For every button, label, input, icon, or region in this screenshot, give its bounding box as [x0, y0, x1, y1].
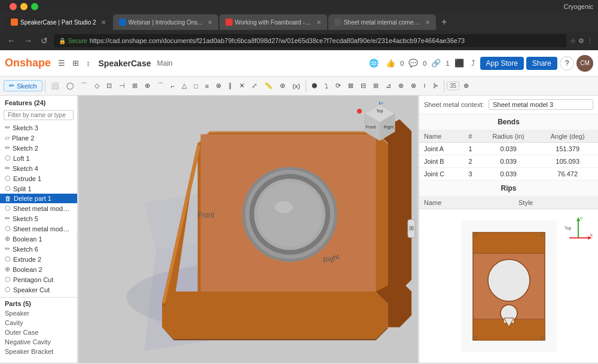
hamburger-menu[interactable]: ☰ [56, 57, 68, 69]
tool-sm1[interactable]: ⬢ [309, 81, 321, 91]
user-avatar[interactable]: CM [576, 55, 593, 72]
tool-add[interactable]: ⊕ [460, 81, 472, 91]
feature-item-extrude2[interactable]: ⬡ Extrude 2 [0, 254, 77, 264]
tool-sm8[interactable]: ⊕ [395, 81, 407, 91]
tab-favicon-2 [119, 19, 126, 26]
tool-sm7[interactable]: ⊿ [383, 81, 394, 91]
part-item-negativecavity[interactable]: Negative Cavity [0, 337, 77, 347]
feature-item-split1[interactable]: ⬡ Split 1 [0, 183, 77, 194]
tool-measure[interactable]: 📏 [261, 81, 276, 91]
tool-revolve[interactable]: ◯ [63, 81, 77, 91]
feature-item-sketch4[interactable]: ✏ Sketch 4 [0, 163, 77, 173]
tool-variable[interactable]: (x) [289, 81, 303, 91]
tool-mirror[interactable]: ⊣ [116, 81, 128, 91]
feature-item-sketch6[interactable]: ✏ Sketch 6 [0, 244, 77, 254]
tool-boolean[interactable]: ⊕ [142, 81, 153, 91]
app-store-button[interactable]: App Store [480, 57, 524, 70]
feature-item-speakercut[interactable]: ⬡ Speaker Cut [0, 285, 77, 295]
tool-sm11[interactable]: ⊱ [430, 81, 441, 91]
chat-icon[interactable]: 💬 [406, 57, 420, 69]
maximize-button[interactable] [31, 3, 38, 10]
browser-tab-sheetmetal[interactable]: Sheet metal internal corner fli... ✕ [328, 14, 436, 30]
tool-move[interactable]: ⤢ [249, 81, 260, 91]
bends-table: Name # Radius (in) Angle (deg) Joint A 1… [419, 130, 598, 181]
tool-pattern[interactable]: ⊞ [129, 81, 141, 91]
tool-thread[interactable]: ⊗ [213, 81, 224, 91]
tool-sm4[interactable]: ⊠ [345, 81, 356, 91]
part-item-cavity[interactable]: Cavity [0, 318, 77, 328]
tool-sm6[interactable]: ⊞ [370, 81, 382, 91]
extensions-icon[interactable]: ⚙ [578, 37, 584, 45]
share2-icon[interactable]: ⤴ [469, 57, 478, 69]
browser-tab-foamboard[interactable]: Working with Foamboard - C... ✕ [219, 14, 327, 30]
tool-mass[interactable]: ⊛ [277, 81, 288, 91]
tool-fillet[interactable]: ⌒ [154, 80, 167, 91]
tool-split[interactable]: ∥ [225, 81, 235, 91]
tool-sm10[interactable]: ≀ [420, 81, 429, 91]
feature-item-sketch2[interactable]: ✏ Sketch 2 [0, 143, 77, 153]
feature-item-sketch5[interactable]: ✏ Sketch 5 [0, 213, 77, 224]
smc-select[interactable]: Sheet metal model 1 Sheet metal model 3 [489, 99, 593, 110]
share-button[interactable]: Share [526, 57, 557, 70]
part-item-speaker[interactable]: Speaker [0, 308, 77, 318]
tool-sm3[interactable]: ⟳ [332, 81, 344, 91]
thumbsup-icon[interactable]: 👍 [383, 57, 398, 69]
tool-sm9[interactable]: ⊗ [408, 81, 419, 91]
refresh-button[interactable]: ↺ [38, 35, 50, 47]
feature-item-plane2[interactable]: ▱ Plane 2 [0, 133, 77, 143]
feature-item-loft1[interactable]: ⬡ Loft 1 [0, 153, 77, 163]
tool-draft[interactable]: △ [179, 81, 190, 91]
tool-rib[interactable]: ≡ [202, 81, 212, 91]
bookmark-icon[interactable]: ☆ [570, 37, 576, 45]
copy-icon[interactable]: ⬛ [452, 57, 466, 69]
arrow-icon[interactable]: ↕ [84, 57, 93, 69]
follow-icon[interactable]: 🔗 [429, 57, 443, 69]
bends-row-jointc[interactable]: Joint C 3 0.039 76.472 [419, 168, 598, 181]
feature-item-boolean1[interactable]: ⊕ Boolean 1 [0, 234, 77, 244]
tab-close-2[interactable]: ✕ [208, 19, 212, 26]
feature-item-extrude1[interactable]: ⬡ Extrude 1 [0, 173, 77, 183]
tool-loft[interactable]: ◇ [91, 81, 102, 91]
url-bar[interactable]: 🔒 Secure https://cad.onshape.com/documen… [54, 34, 566, 47]
tool-delete[interactable]: ✕ [236, 81, 248, 91]
tool-sm2[interactable]: ⤵ [322, 81, 331, 91]
viewport[interactable]: Front Right Top Front Right Z [78, 96, 419, 363]
tool-sm5[interactable]: ⊟ [358, 81, 369, 91]
tool-extrude[interactable]: ⬜ [48, 81, 62, 91]
back-button[interactable]: ← [5, 35, 18, 47]
part-item-speakerbracket[interactable]: Speaker Bracket [0, 347, 77, 356]
axis-cube[interactable]: Top Front Right Z [359, 102, 401, 143]
feature-item-deletepart1[interactable]: 🗑 Delete part 1 [0, 194, 77, 203]
globe-icon[interactable]: 🌐 [367, 57, 381, 69]
browser-tab-partstudio2[interactable]: SpeakerCase | Part Studio 2 ✕ [5, 14, 112, 30]
tool-offset[interactable]: ⊡ [103, 81, 115, 91]
bends-row-jointb[interactable]: Joint B 2 0.039 105.093 [419, 155, 598, 168]
feature-item-sheetmetal1[interactable]: ⬡ Sheet metal model 1 [0, 203, 77, 213]
feature-item-sketch3[interactable]: ✏ Sketch 3 [0, 123, 77, 133]
parts-header: Parts (5) [0, 297, 77, 308]
tool-shell[interactable]: □ [191, 81, 201, 91]
new-tab-button[interactable]: + [437, 15, 451, 29]
close-button[interactable] [10, 3, 17, 10]
tab-close-3[interactable]: ✕ [316, 19, 321, 26]
tab-close-1[interactable]: ✕ [101, 19, 106, 26]
bends-row-jointa[interactable]: Joint A 1 0.039 151.379 [419, 143, 598, 155]
panel-toggle-icon[interactable]: ⊞ [407, 216, 416, 242]
minimize-button[interactable] [20, 3, 28, 10]
sketch-button[interactable]: ✏ Sketch [4, 80, 42, 91]
forward-button[interactable]: → [22, 35, 35, 47]
feature-item-sheetmetal3[interactable]: ⬡ Sheet metal model 3 [0, 224, 77, 234]
feature-item-boolean2[interactable]: ⊕ Boolean 2 [0, 264, 77, 274]
tool-sweep[interactable]: ⌒ [78, 80, 90, 91]
feature-filter-input[interactable] [4, 110, 74, 120]
onshape-logo[interactable]: Onshape [5, 57, 51, 69]
help-button[interactable]: ? [560, 56, 574, 71]
tab-close-4[interactable]: ✕ [425, 19, 430, 26]
tool-chamfer[interactable]: ⌐ [168, 81, 178, 91]
menu-icon[interactable]: ⋮ [587, 37, 593, 45]
part-item-outercase[interactable]: Outer Case [0, 328, 77, 337]
browser-tab-webinar[interactable]: Webinar | Introducing Ons... ✕ [113, 14, 218, 30]
tab-title-3: Working with Foamboard - C... [235, 19, 312, 26]
grid-icon[interactable]: ⊞ [70, 57, 81, 69]
feature-item-pentagoncut[interactable]: ⬡ Pentagon Cut [0, 274, 77, 285]
